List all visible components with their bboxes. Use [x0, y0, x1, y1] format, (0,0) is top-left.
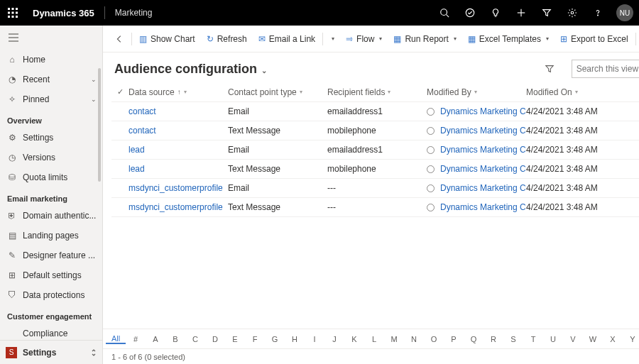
alpha-U[interactable]: U — [543, 335, 563, 343]
alpha-Q[interactable]: Q — [464, 335, 484, 343]
alpha-E[interactable]: E — [225, 335, 245, 343]
module-label[interactable]: Marketing — [108, 8, 160, 18]
alpha-H[interactable]: H — [285, 335, 305, 343]
search-view-box[interactable] — [572, 60, 639, 78]
alpha-filter-bar: All#ABCDEFGHIJKLMNOPQRSTUVWXYZ — [103, 329, 639, 348]
run-report-button[interactable]: ▦Run Report▾ — [388, 26, 462, 53]
sidebar-item[interactable]: Compliance — [0, 324, 102, 340]
alpha-All[interactable]: All — [106, 334, 126, 344]
sidebar-group-title: Customer engagement — [0, 305, 102, 324]
table-row[interactable]: lead Email emailaddress1 Dynamics Market… — [111, 140, 639, 160]
flow-icon: ⥤ — [346, 34, 353, 44]
col-modified-on[interactable]: Modified On▾ — [526, 87, 626, 97]
excel-templates-button[interactable]: ▦Excel Templates▾ — [462, 26, 555, 53]
sidebar-item[interactable]: ⛉Data protections — [0, 285, 102, 305]
alpha-M[interactable]: M — [384, 335, 404, 343]
cell-data-source[interactable]: lead — [129, 164, 228, 174]
cell-modified-by[interactable]: Dynamics Marketing Custom — [427, 126, 526, 136]
sidebar-item[interactable]: ⛨Domain authentic... — [0, 206, 102, 226]
app-launcher-icon[interactable] — [0, 0, 26, 26]
sidebar-toggle[interactable] — [0, 26, 102, 50]
col-data-source[interactable]: Data source↑▾ — [129, 87, 228, 97]
excel-icon: ▦ — [468, 34, 476, 44]
show-chart-button[interactable]: ▥Show Chart — [133, 26, 201, 53]
gear-icon[interactable] — [559, 0, 585, 26]
flow-button[interactable]: ⥤Flow▾ — [340, 26, 388, 53]
lightbulb-icon[interactable] — [483, 0, 508, 26]
export-excel-button[interactable]: ⊞Export to Excel — [555, 26, 634, 53]
alpha-S[interactable]: S — [503, 335, 523, 343]
help-icon[interactable] — [585, 0, 611, 26]
alpha-R[interactable]: R — [484, 335, 503, 343]
funnel-icon[interactable] — [545, 64, 564, 74]
sidebar-scrollbar[interactable] — [98, 68, 101, 182]
table-row[interactable]: contact Text Message mobilephone Dynamic… — [111, 121, 639, 140]
alpha-D[interactable]: D — [205, 335, 225, 343]
cell-modified-by[interactable]: Dynamics Marketing Custom — [427, 106, 526, 116]
brand-label[interactable]: Dynamics 365 — [26, 8, 102, 18]
cell-modified-by[interactable]: Dynamics Marketing Custom — [427, 164, 526, 174]
sidebar-item[interactable]: ⛁Quota limits — [0, 167, 102, 187]
avatar[interactable]: NU — [616, 4, 633, 21]
table-row[interactable]: lead Text Message mobilephone Dynamics M… — [111, 160, 639, 179]
alpha-P[interactable]: P — [444, 335, 464, 343]
alpha-N[interactable]: N — [404, 335, 424, 343]
sidebar-item[interactable]: ⌂Home — [0, 50, 102, 70]
add-icon[interactable] — [508, 0, 534, 26]
sidebar-item[interactable]: ✧Pinned⌄ — [0, 89, 102, 109]
back-button[interactable] — [109, 26, 130, 53]
cell-data-source[interactable]: msdynci_customerprofile — [129, 202, 228, 212]
cell-modified-on: 4/24/2021 3:48 AM — [526, 145, 626, 155]
col-modified-by[interactable]: Modified By▾ — [427, 87, 526, 97]
task-icon[interactable] — [457, 0, 483, 26]
view-selector[interactable]: Audience configuration⌄ — [114, 62, 267, 77]
sidebar-item[interactable]: ◷Versions — [0, 148, 102, 167]
chevron-down-icon: ⌄ — [91, 96, 97, 103]
svg-point-16 — [597, 15, 598, 16]
table-row[interactable]: contact Email emailaddress1 Dynamics Mar… — [111, 102, 639, 121]
select-all-checkbox[interactable]: ✓ — [111, 87, 129, 96]
alpha-J[interactable]: J — [324, 335, 344, 343]
alpha-B[interactable]: B — [165, 335, 185, 343]
cell-modified-by[interactable]: Dynamics Marketing Custom — [427, 202, 526, 212]
cell-data-source[interactable]: msdynci_customerprofile — [129, 183, 228, 193]
alpha-V[interactable]: V — [563, 335, 583, 343]
alpha-I[interactable]: I — [305, 335, 324, 343]
alpha-C[interactable]: C — [185, 335, 205, 343]
alpha-W[interactable]: W — [583, 335, 603, 343]
sidebar-item[interactable]: ▤Landing pages — [0, 226, 102, 246]
alpha-L[interactable]: L — [364, 335, 384, 343]
sidebar-item-label: Pinned — [23, 94, 85, 104]
alpha-F[interactable]: F — [245, 335, 265, 343]
table-row[interactable]: msdynci_customerprofile Text Message ---… — [111, 198, 639, 217]
col-recipient[interactable]: Recipient fields▾ — [327, 87, 427, 97]
alpha-K[interactable]: K — [344, 335, 364, 343]
col-contact-type[interactable]: Contact point type▾ — [228, 87, 327, 97]
alpha-O[interactable]: O — [424, 335, 444, 343]
table-row[interactable]: msdynci_customerprofile Email --- Dynami… — [111, 179, 639, 198]
refresh-button[interactable]: ↻Refresh — [201, 26, 253, 53]
cell-data-source[interactable]: lead — [129, 145, 228, 155]
sidebar-item[interactable]: ✎Designer feature ... — [0, 246, 102, 265]
cell-data-source[interactable]: contact — [129, 126, 228, 136]
area-switcher[interactable]: S Settings — [0, 340, 102, 364]
email-link-split[interactable]: ▾ — [324, 26, 340, 53]
alpha-A[interactable]: A — [146, 335, 165, 343]
alpha-T[interactable]: T — [523, 335, 543, 343]
cell-modified-by[interactable]: Dynamics Marketing Custom — [427, 145, 526, 155]
alpha-X[interactable]: X — [603, 335, 623, 343]
sidebar-item[interactable]: ◔Recent⌄ — [0, 70, 102, 89]
cell-data-source[interactable]: contact — [129, 106, 228, 116]
search-icon[interactable] — [432, 0, 457, 26]
email-link-button[interactable]: ✉Email a Link — [253, 26, 321, 53]
sitemap-sidebar: ⌂Home◔Recent⌄✧Pinned⌄ Overview⚙Settings◷… — [0, 26, 103, 364]
alpha-Y[interactable]: Y — [623, 335, 639, 343]
search-input[interactable] — [577, 64, 639, 74]
alpha-#[interactable]: # — [126, 335, 146, 343]
nav-icon: ⛉ — [7, 290, 17, 300]
alpha-G[interactable]: G — [265, 335, 285, 343]
cell-modified-by[interactable]: Dynamics Marketing Custom — [427, 183, 526, 193]
sidebar-item[interactable]: ⊞Default settings — [0, 265, 102, 285]
sidebar-item[interactable]: ⚙Settings — [0, 128, 102, 148]
filter-icon[interactable] — [534, 0, 559, 26]
